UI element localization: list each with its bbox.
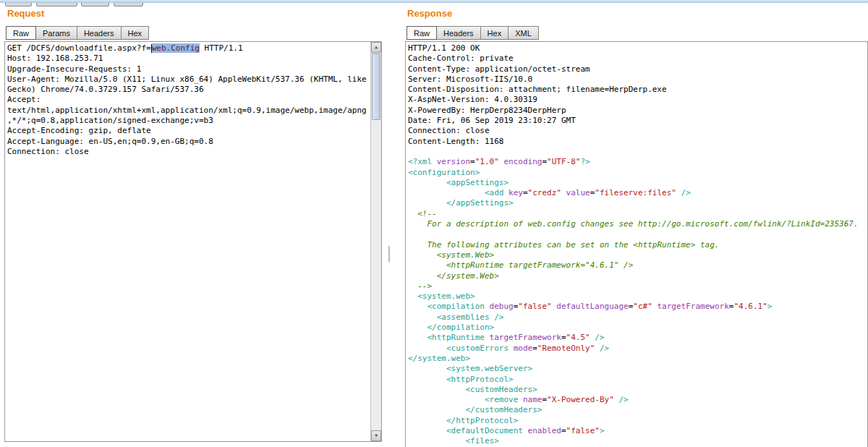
token-t: <appSettings> [446,178,509,187]
token-t: <system.web> [417,291,475,301]
editor-line: Content-Disposition: attachment; filenam… [408,85,864,95]
editor-line: Content-Type: application/octet-stream [408,64,864,74]
response-panel-title: Response [407,8,452,19]
editor-line: Cache-Control: private [408,54,864,64]
editor-line: Connection: close [408,126,864,136]
token-t: <remove [485,395,523,404]
editor-line: <files> [408,436,864,446]
editor-line: --> [408,281,864,291]
editor-line: </compilation> [408,323,864,333]
token-p: Accept: text/html,application/xhtml+xml,… [7,95,367,125]
editor-line: Content-Length: 1168 [408,137,864,147]
token-c: For a description of web.config changes … [408,219,859,229]
token-p: Host: 192.168.253.71 [7,54,103,63]
response-editor[interactable]: HTTP/1.1 200 OKCache-Control: privateCon… [405,41,868,447]
token-a: encoding [499,157,542,166]
panel-splitter[interactable] [388,246,390,262]
token-c: --> [408,281,432,291]
response-tabs: RawHeadersHexXML [407,26,538,40]
token-a: key [509,188,523,197]
tab-hex[interactable]: Hex [121,26,150,40]
token-p: Connection: close [408,126,490,135]
request-scrollbar[interactable]: ▲ ▼ [370,42,381,441]
tab-xml[interactable]: XML [508,26,539,40]
tab-headers[interactable]: Headers [436,26,481,40]
partial-button[interactable] [114,3,143,7]
token-a: mode [514,344,533,353]
token-p: = [523,188,528,197]
token-p [408,291,417,301]
request-editor[interactable]: GET /DCFS/downloadfile.aspx?f=web.Config… [4,41,382,442]
token-p [408,312,437,322]
token-t: <files> [465,436,498,446]
tab-headers[interactable]: Headers [77,26,122,40]
editor-line: <system.Web> [408,250,864,260]
tab-params[interactable]: Params [35,26,77,40]
editor-line: GET /DCFS/downloadfile.aspx?f=web.Config… [7,43,367,54]
request-raw-text[interactable]: GET /DCFS/downloadfile.aspx?f=web.Config… [5,42,370,157]
editor-line: <system.web> [408,291,864,302]
token-v: "c#" [633,302,652,311]
editor-line: <configuration> [408,168,864,178]
arrow-down-icon: ▼ [375,430,378,440]
editor-line: <httpRuntime targetFramework="4.6.1" /> [408,260,864,271]
token-v: "false" [518,302,551,311]
token-p [408,333,427,342]
token-t: <defaultDocument [446,426,528,435]
token-a: targetFramework [652,302,729,311]
token-a: name [523,395,542,404]
token-t: <add [485,188,509,197]
token-c: <!-- [408,209,437,218]
editor-line: Host: 192.168.253.71 [7,54,367,64]
token-c: <system.Web> [408,250,494,260]
token-t: </appSettings> [446,198,514,208]
token-p [408,198,446,208]
token-v: "UTF-8" [547,157,580,166]
editor-line: <remove name="X-Powered-By" /> [408,395,864,405]
scrollbar-thumb[interactable] [372,54,380,120]
token-v: "1.0" [475,157,499,166]
tab-hex[interactable]: Hex [480,26,509,40]
partial-button[interactable] [5,3,32,7]
token-t: </system.web> [408,354,470,363]
editor-line: X-PoweredBy: HerpDerp8234DerpHerp [408,106,864,116]
partial-button[interactable] [81,3,109,7]
editor-line: Accept: text/html,application/xhtml+xml,… [7,95,367,126]
tab-raw[interactable]: Raw [407,26,437,40]
token-t: </httpProtocol> [446,416,518,425]
editor-line: <?xml version="1.0" encoding="UTF-8"?> [408,157,864,167]
token-p [408,436,465,446]
token-t: <httpRuntime [427,333,490,342]
token-p: = [561,426,566,435]
request-panel-title: Request [7,8,44,19]
token-p: Content-Length: 1168 [408,137,503,146]
token-p: Server: Microsoft-IIS/10.0 [408,74,532,84]
token-c: The following attributes can be set on t… [408,240,719,250]
token-t: /> [614,395,629,404]
token-p [408,302,427,311]
editor-line: </system.web> [408,354,864,364]
token-p: = [561,333,566,342]
editor-line: <add key="credz" value="fileserve:files"… [408,188,864,198]
token-p [408,344,446,353]
token-p: X-PoweredBy: HerpDerp8234DerpHerp [408,106,566,115]
token-p: X-AspNet-Version: 4.0.30319 [408,95,537,104]
token-p: Content-Type: application/octet-stream [408,64,590,74]
token-p: = [470,157,475,166]
token-a: enabled [528,426,561,435]
token-t: /> [676,188,691,197]
editor-line: Upgrade-Insecure-Requests: 1 [7,64,367,74]
token-t: /> [590,333,605,342]
editor-line: </httpProtocol> [408,416,864,426]
editor-line: <appSettings> [408,178,864,188]
partial-button[interactable] [36,3,77,7]
editor-line: Accept-Encoding: gzip, deflate [7,126,367,136]
token-p [408,385,465,394]
scroll-down-button[interactable]: ▼ [371,430,381,441]
scroll-up-button[interactable]: ▲ [371,42,381,53]
token-a: targetFramework [490,333,561,342]
token-p: Cache-Control: private [408,54,514,63]
token-p [408,395,485,404]
tab-raw[interactable]: Raw [6,26,36,40]
response-raw-text[interactable]: HTTP/1.1 200 OKCache-Control: privateCon… [406,42,867,447]
